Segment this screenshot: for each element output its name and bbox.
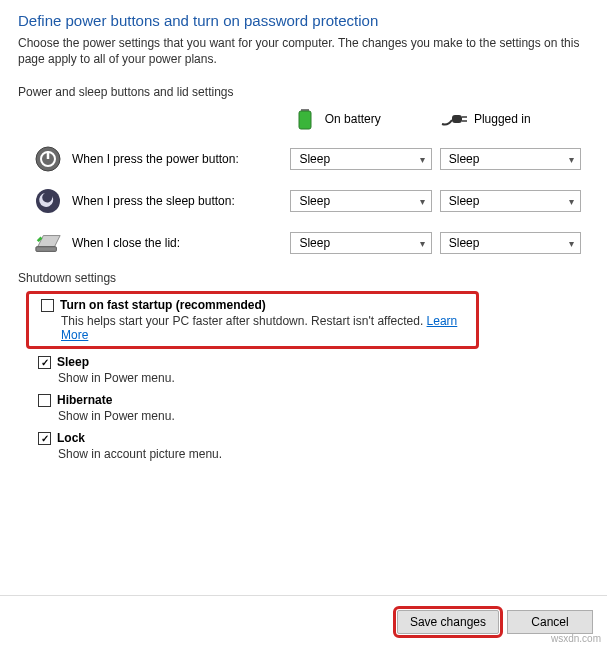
highlight-fast-startup: Turn on fast startup (recommended) This …: [26, 291, 479, 349]
desc-lock: Show in account picture menu.: [58, 447, 589, 461]
chevron-down-icon: ▾: [569, 196, 574, 207]
checkbox-lock[interactable]: [38, 432, 51, 445]
power-button-icon: [34, 145, 62, 173]
battery-icon: [291, 105, 319, 133]
label-close-lid: When I close the lid:: [72, 236, 180, 250]
desc-sleep: Show in Power menu.: [58, 371, 589, 385]
checkbox-fast-startup[interactable]: [41, 299, 54, 312]
select-power-plugged[interactable]: Sleep▾: [440, 148, 581, 170]
chevron-down-icon: ▾: [420, 196, 425, 207]
chevron-down-icon: ▾: [569, 238, 574, 249]
label-hibernate: Hibernate: [57, 393, 112, 407]
label-lock: Lock: [57, 431, 85, 445]
divider: [0, 595, 607, 596]
select-power-battery[interactable]: Sleep▾: [290, 148, 431, 170]
label-power-button: When I press the power button:: [72, 152, 239, 166]
svg-rect-12: [36, 247, 57, 252]
chevron-down-icon: ▾: [569, 154, 574, 165]
laptop-lid-icon: [34, 229, 62, 257]
page-title: Define power buttons and turn on passwor…: [18, 12, 589, 29]
label-fast-startup: Turn on fast startup (recommended): [60, 298, 266, 312]
page-subtitle: Choose the power settings that you want …: [18, 35, 589, 67]
cancel-button[interactable]: Cancel: [507, 610, 593, 634]
select-lid-plugged[interactable]: Sleep▾: [440, 232, 581, 254]
select-sleep-plugged[interactable]: Sleep▾: [440, 190, 581, 212]
label-sleep-button: When I press the sleep button:: [72, 194, 235, 208]
label-sleep: Sleep: [57, 355, 89, 369]
select-lid-battery[interactable]: Sleep▾: [290, 232, 431, 254]
select-sleep-battery[interactable]: Sleep▾: [290, 190, 431, 212]
checkbox-sleep[interactable]: [38, 356, 51, 369]
desc-fast-startup: This helps start your PC faster after sh…: [61, 314, 423, 328]
chevron-down-icon: ▾: [420, 238, 425, 249]
chevron-down-icon: ▾: [420, 154, 425, 165]
watermark: wsxdn.com: [551, 633, 601, 644]
svg-rect-3: [452, 115, 462, 123]
checkbox-hibernate[interactable]: [38, 394, 51, 407]
section-shutdown-label: Shutdown settings: [18, 271, 589, 285]
plug-icon: [440, 105, 468, 133]
section-power-buttons-label: Power and sleep buttons and lid settings: [18, 85, 589, 99]
header-plugged-in: Plugged in: [474, 112, 531, 126]
sleep-button-icon: [34, 187, 62, 215]
header-on-battery: On battery: [325, 112, 381, 126]
save-changes-button[interactable]: Save changes: [397, 610, 499, 634]
svg-rect-1: [299, 111, 311, 129]
desc-hibernate: Show in Power menu.: [58, 409, 589, 423]
